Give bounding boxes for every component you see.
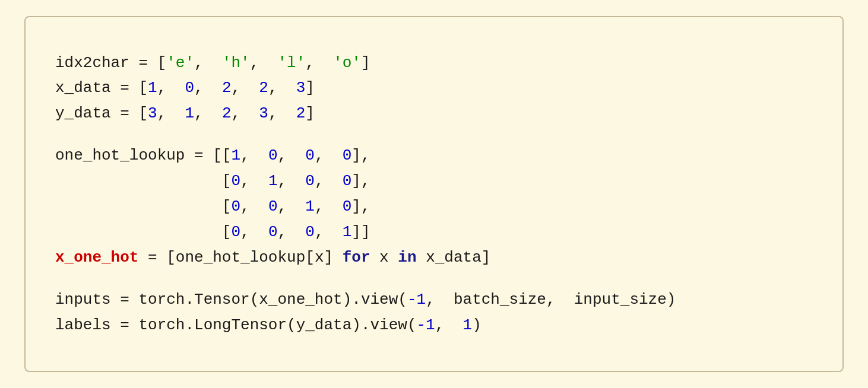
line4d-c3: , <box>315 220 343 245</box>
line2-n5: 3 <box>296 75 306 101</box>
line2-c3: , <box>231 75 259 101</box>
line4a-n2: 0 <box>268 143 278 168</box>
line3-n1: 3 <box>148 101 157 126</box>
line4d-end: ]] <box>351 220 370 245</box>
line3-c4: , <box>268 101 296 126</box>
code-line-3: y_data = [ 3 , 1 , 2 , 3 , 2 ] <box>55 101 813 126</box>
line4a-var: one_hot_lookup <box>55 143 194 168</box>
code-line-6: inputs = torch.Tensor(x_one_hot).view( -… <box>55 287 813 313</box>
line1-end: ] <box>361 50 370 76</box>
code-line-2: x_data = [ 1 , 0 , 2 , 2 , 3 ] <box>55 75 813 101</box>
line3-n2: 1 <box>185 101 194 126</box>
line2-eq: = [ <box>120 75 148 101</box>
line4c-n1: 0 <box>231 194 240 220</box>
line4a-n1: 1 <box>231 143 240 168</box>
line7-n2: 1 <box>463 313 473 338</box>
code-line-4b: [ 0 , 1 , 0 , 0 ], <box>55 168 813 194</box>
line2-n1: 1 <box>148 75 157 101</box>
line4c-indent: [ <box>55 194 231 220</box>
line4a-c2: , <box>278 143 306 168</box>
line2-n4: 2 <box>259 75 268 101</box>
line4d-c2: , <box>277 220 305 245</box>
line7-text: labels <box>55 313 120 338</box>
code-container: idx2char = [ 'e' , 'h' , 'l' , 'o' ] x_d… <box>24 16 844 372</box>
line6-eq: = torch.Tensor(x_one_hot).view( <box>120 287 407 313</box>
line3-c2: , <box>194 101 222 126</box>
line4a-c1: , <box>240 143 268 168</box>
code-line-4c: [ 0 , 0 , 1 , 0 ], <box>55 194 813 220</box>
spacer-2 <box>55 271 813 287</box>
line4b-n4: 0 <box>343 168 352 194</box>
line4a-n4: 0 <box>343 143 352 168</box>
line4a-c3: , <box>315 143 343 168</box>
line5-eq: = [one_hot_lookup[x] <box>138 245 342 271</box>
line4b-c1: , <box>240 168 268 194</box>
line5-in: in <box>398 245 416 271</box>
line4b-c3: , <box>315 168 343 194</box>
line4a-n3: 0 <box>305 143 315 168</box>
line6-n1: -1 <box>407 287 426 313</box>
line3-end: ] <box>305 101 315 126</box>
line2-c1: , <box>157 75 185 101</box>
line6-c1: , batch_size, input_size) <box>426 287 676 313</box>
line4d-n1: 0 <box>231 220 240 245</box>
line1-var: idx2char <box>55 50 138 76</box>
line1-o: 'o' <box>333 50 361 76</box>
line1-eq: = [ <box>138 50 166 76</box>
line4b-end: ], <box>351 168 370 194</box>
line4a-eq: = [[ <box>194 143 231 168</box>
code-block: idx2char = [ 'e' , 'h' , 'l' , 'o' ] x_d… <box>55 50 813 338</box>
line1-h: 'h' <box>222 50 250 76</box>
line7-end: ) <box>472 313 481 338</box>
line4d-n2: 0 <box>268 220 278 245</box>
spacer-1 <box>55 126 813 143</box>
line2-end: ] <box>305 75 315 101</box>
line3-n3: 2 <box>222 101 232 126</box>
line4c-c1: , <box>240 194 268 220</box>
line6-text: inputs <box>55 287 120 313</box>
line2-n2: 0 <box>185 75 194 101</box>
line4b-c2: , <box>277 168 305 194</box>
code-line-7: labels = torch.LongTensor(y_data).view( … <box>55 313 813 338</box>
line4d-indent: [ <box>55 220 231 245</box>
line3-c1: , <box>157 101 185 126</box>
line1-l: 'l' <box>278 50 306 76</box>
line1-c1: , <box>194 50 222 76</box>
line4d-n4: 1 <box>343 220 352 245</box>
code-line-1: idx2char = [ 'e' , 'h' , 'l' , 'o' ] <box>55 50 813 76</box>
line1-e: 'e' <box>166 50 194 76</box>
line4d-c1: , <box>240 220 268 245</box>
line4c-end: ], <box>351 194 370 220</box>
line4b-n3: 0 <box>305 168 315 194</box>
line4d-n3: 0 <box>305 220 315 245</box>
line3-var: y_data <box>55 101 120 126</box>
line4c-n4: 0 <box>343 194 352 220</box>
line2-n3: 2 <box>222 75 232 101</box>
line3-n5: 2 <box>296 101 306 126</box>
line4b-n1: 0 <box>231 168 240 194</box>
line7-eq: = torch.LongTensor(y_data).view( <box>120 313 416 338</box>
line2-var: x_data <box>55 75 120 101</box>
line3-n4: 3 <box>259 101 268 126</box>
line4c-c2: , <box>277 194 305 220</box>
line4b-indent: [ <box>55 168 231 194</box>
code-line-5: x_one_hot = [one_hot_lookup[x] for x in … <box>55 245 813 271</box>
line4a-end: ], <box>351 143 370 168</box>
line1-c3: , <box>305 50 333 76</box>
line4b-n2: 1 <box>268 168 278 194</box>
line3-eq: = [ <box>120 101 148 126</box>
line2-c2: , <box>194 75 222 101</box>
line5-xdata: x_data] <box>417 245 491 271</box>
line5-highlight: x_one_hot <box>55 245 138 271</box>
line4c-n2: 0 <box>268 194 278 220</box>
code-line-4d: [ 0 , 0 , 0 , 1 ]] <box>55 220 813 245</box>
line7-n1: -1 <box>417 313 435 338</box>
line7-c1: , <box>435 313 463 338</box>
line4c-n3: 1 <box>305 194 315 220</box>
line3-c3: , <box>231 101 259 126</box>
line1-c2: , <box>250 50 278 76</box>
line4c-c3: , <box>315 194 343 220</box>
line2-c4: , <box>268 75 296 101</box>
line5-x: x <box>370 245 398 271</box>
line5-for: for <box>343 245 370 271</box>
